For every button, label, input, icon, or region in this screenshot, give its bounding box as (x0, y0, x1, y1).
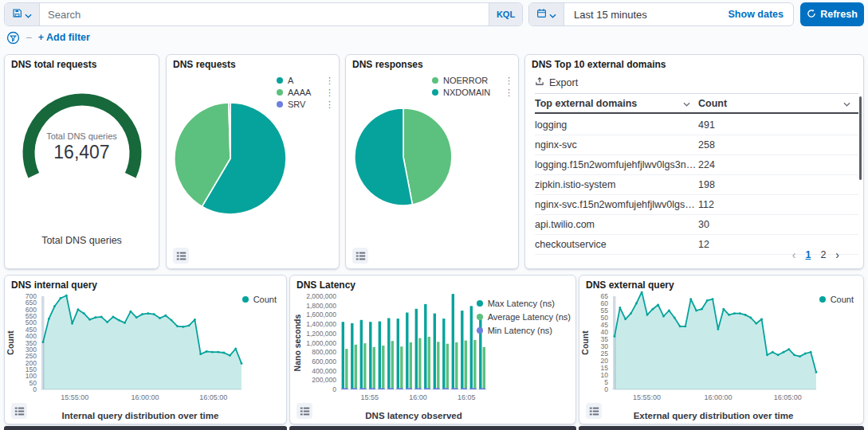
query-language-badge[interactable]: KQL (489, 3, 522, 25)
next-row-panel-edge (579, 426, 864, 430)
export-button[interactable]: Export (535, 76, 578, 88)
svg-text:60: 60 (601, 299, 609, 307)
show-dates-link[interactable]: Show dates (729, 9, 784, 20)
series-dot (477, 327, 483, 334)
svg-text:800,000: 800,000 (312, 348, 336, 356)
chart-caption: DNS latency observed (340, 411, 488, 420)
svg-text:0: 0 (604, 385, 608, 393)
dashboard: KQL Last 15 minutes Show dates Refresh –… (0, 0, 868, 430)
filter-bar: – + Add filter (6, 29, 90, 45)
legend-toggle-button[interactable] (11, 403, 27, 419)
table-row: zipkin.istio-system198 (535, 175, 858, 195)
svg-text:2,000,000: 2,000,000 (306, 292, 336, 300)
export-icon (535, 76, 544, 88)
svg-text:Nano seconds: Nano seconds (293, 314, 302, 371)
panel-dns-external-query: DNS external query Count 051015202530354… (579, 275, 864, 424)
svg-text:15:55:00: 15:55:00 (61, 393, 88, 401)
page-next-icon[interactable]: › (835, 248, 839, 261)
svg-text:16:00:00: 16:00:00 (705, 393, 732, 401)
legend-more-icon[interactable]: ⋮ (495, 76, 513, 84)
filter-options-icon[interactable] (6, 31, 20, 45)
panel-dns-total-requests: DNS total requests Total DNS queries 16,… (4, 54, 159, 269)
legend-toggle-button[interactable] (352, 248, 368, 264)
svg-text:35: 35 (601, 335, 609, 343)
refresh-button[interactable]: Refresh (800, 2, 864, 26)
series-dot (819, 296, 826, 303)
search-input[interactable] (40, 3, 489, 25)
save-icon (12, 8, 22, 21)
series-dot (477, 300, 483, 307)
export-label: Export (549, 77, 578, 88)
panel-title: DNS Latency (290, 276, 575, 291)
table-pagination: ‹ 1 2 › (792, 248, 839, 261)
area-chart: 0501001502002503003504004505005506006507… (6, 291, 286, 412)
panel-dns-requests: DNS requests A ⋮ AAAA ⋮ SRV ⋮ (166, 54, 340, 269)
page-button-1[interactable]: 1 (805, 249, 811, 260)
svg-text:50: 50 (601, 314, 609, 322)
svg-text:5: 5 (604, 378, 608, 386)
column-header-domains[interactable]: Top external domains (535, 98, 698, 109)
panel-dns-internal-query: DNS internal query Count 050100150200250… (4, 275, 287, 424)
svg-text:200,000: 200,000 (312, 376, 336, 384)
legend-item[interactable]: Average Latency (ns) (477, 310, 571, 323)
svg-text:400,000: 400,000 (312, 367, 336, 375)
next-row-panel-edge (4, 426, 287, 430)
svg-text:15:55:00: 15:55:00 (633, 393, 661, 401)
svg-text:600,000: 600,000 (312, 358, 336, 366)
svg-text:1,400,000: 1,400,000 (306, 320, 336, 328)
legend-item[interactable]: NXDOMAIN ⋮ (432, 86, 513, 98)
chart-legend: Count (819, 293, 854, 305)
scrollbar-thumb[interactable] (859, 96, 862, 180)
legend-toggle-button[interactable] (297, 403, 312, 419)
time-range-value[interactable]: Last 15 minutes (564, 9, 729, 21)
svg-text:1,600,000: 1,600,000 (306, 311, 336, 319)
svg-text:Count: Count (580, 330, 590, 355)
page-prev-icon[interactable]: ‹ (792, 248, 796, 261)
refresh-icon (807, 9, 816, 21)
chart-legend: Max Latency (ns) Average Latency (ns) Mi… (477, 296, 571, 337)
gauge-bottom-label: Total DNS queries (5, 235, 159, 246)
legend-item[interactable]: Min Latency (ns) (477, 323, 571, 337)
chevron-down-icon (25, 9, 32, 21)
table-body: logging491nginx-svc258logging.f15n2womfu… (535, 115, 858, 255)
svg-text:Count: Count (6, 330, 15, 355)
column-header-count[interactable]: Count (698, 98, 858, 109)
svg-text:16:00: 16:00 (409, 393, 427, 401)
date-quick-menu-button[interactable] (529, 3, 564, 25)
legend-item[interactable]: NOERROR ⋮ (432, 74, 513, 86)
sort-chevron-icon (843, 98, 850, 109)
legend-item[interactable]: AAAA ⋮ (277, 86, 334, 98)
panel-title: DNS internal query (5, 276, 286, 291)
svg-text:1,200,000: 1,200,000 (306, 330, 336, 338)
gauge-value: 16,407 (5, 142, 159, 163)
svg-text:16:05:00: 16:05:00 (199, 393, 227, 401)
panel-title: DNS external query (579, 276, 863, 291)
panel-top-external-domains: DNS Top 10 external domains Export Top e… (524, 54, 864, 269)
legend-item[interactable]: A ⋮ (277, 74, 334, 86)
legend-toggle-button[interactable] (586, 403, 602, 419)
legend-item[interactable]: SRV ⋮ (277, 98, 334, 110)
page-button-2[interactable]: 2 (820, 249, 826, 260)
add-filter-button[interactable]: + Add filter (38, 32, 90, 43)
date-picker: Last 15 minutes Show dates (528, 2, 794, 26)
saved-query-menu-button[interactable] (5, 3, 40, 25)
legend-more-icon[interactable]: ⋮ (316, 100, 334, 108)
svg-text:45: 45 (601, 321, 609, 329)
legend-more-icon[interactable]: ⋮ (316, 76, 334, 84)
table-row: logging491 (535, 115, 858, 135)
query-bar: KQL (4, 2, 523, 26)
svg-text:20: 20 (601, 357, 609, 365)
svg-text:55: 55 (601, 307, 609, 315)
svg-text:25: 25 (601, 350, 609, 358)
table-row: nginx-svc.f15n2womfujehfjlwv0lgs3no...11… (535, 195, 858, 215)
svg-text:1,800,000: 1,800,000 (306, 302, 336, 310)
svg-text:16:00:00: 16:00:00 (132, 393, 159, 401)
legend-toggle-button[interactable] (173, 248, 189, 264)
legend-item[interactable]: Count (819, 293, 854, 305)
legend-item[interactable]: Max Latency (ns) (477, 296, 571, 310)
legend-item[interactable]: Count (242, 293, 277, 305)
legend-more-icon[interactable]: ⋮ (316, 88, 334, 96)
table-row: logging.f15n2womfujehfjlwv0lgs3nog....22… (535, 155, 858, 175)
svg-text:65: 65 (601, 292, 609, 300)
legend-more-icon[interactable]: ⋮ (495, 88, 513, 96)
